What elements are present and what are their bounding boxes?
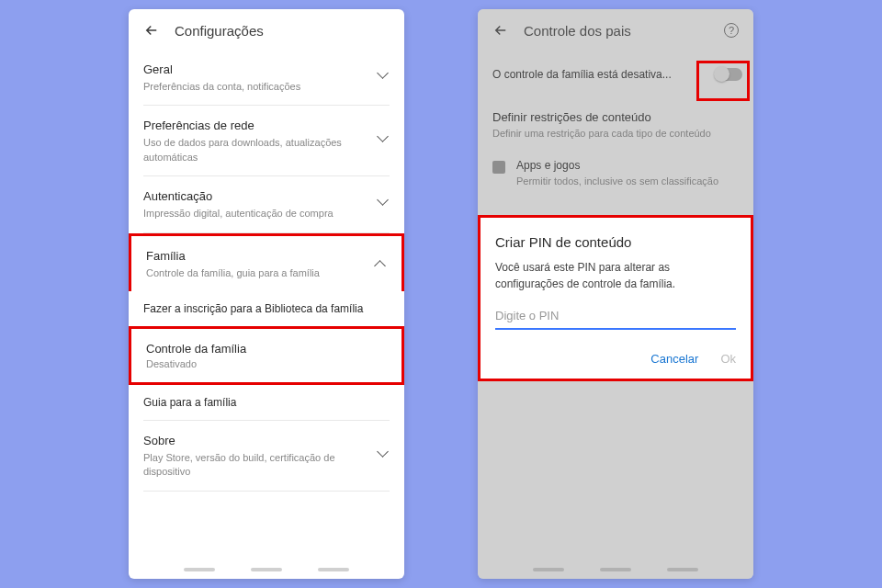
section-network[interactable]: Preferências de rede Uso de dados para d… [143,106,390,176]
dialog-body: Você usará este PIN para alterar as conf… [495,259,736,292]
sub-item-label: Controle da família [146,342,387,356]
parental-control-screen: Controle dos pais ? O controle da famíli… [478,9,753,579]
chevron-down-icon [379,135,390,146]
dialog-container: Criar PIN de conteúdo Você usará este PI… [478,215,753,381]
chevron-down-icon [379,198,390,209]
section-general[interactable]: Geral Preferências da conta, notificaçõe… [143,50,390,106]
nav-indicator [318,568,349,571]
nav-indicator [251,568,282,571]
section-title: Autenticação [143,189,390,203]
sub-item-signup[interactable]: Fazer a inscrição para a Biblioteca da f… [129,291,404,326]
pin-input[interactable]: Digite o PIN [495,309,736,330]
ok-button[interactable]: Ok [720,352,736,366]
section-subtitle: Controle da família, guia para a família [146,266,387,280]
sub-item-label: Fazer a inscrição para a Biblioteca da f… [143,302,390,315]
highlight-box [696,61,750,101]
dialog-title: Criar PIN de conteúdo [495,234,736,250]
section-auth[interactable]: Autenticação Impressão digital, autentic… [143,176,390,232]
section-subtitle: Play Store, versão do build, certificaçã… [143,451,390,480]
section-title: Preferências de rede [143,119,390,132]
back-arrow-icon[interactable] [143,22,160,39]
section-subtitle: Preferências da conta, notificações [143,80,390,94]
sub-item-label: Guia para a família [143,396,390,409]
section-title: Geral [143,62,390,76]
section-about[interactable]: Sobre Play Store, versão do build, certi… [143,421,390,492]
dialog-actions: Cancelar Ok [495,352,736,366]
sub-item-status: Desativado [146,358,387,369]
chevron-up-icon [376,258,387,269]
bottom-nav [129,560,404,579]
sub-item-parental-control[interactable]: Controle da família Desativado [129,326,404,385]
highlight-box: Criar PIN de conteúdo Você usará este PI… [478,215,753,381]
section-subtitle: Impressão digital, autenticação de compr… [143,207,390,220]
nav-indicator [184,568,215,571]
section-title: Família [146,249,387,263]
settings-screen: Configurações Geral Preferências da cont… [129,9,404,579]
section-family[interactable]: Família Controle da família, guia para a… [129,233,404,291]
section-title: Sobre [143,434,390,447]
section-subtitle: Uso de dados para downloads, atualizaçõe… [143,136,390,164]
cancel-button[interactable]: Cancelar [650,352,698,366]
chevron-down-icon [379,72,390,83]
page-title: Configurações [175,23,264,39]
sub-item-family-guide[interactable]: Guia para a família [143,385,390,421]
chevron-down-icon [379,450,390,461]
header: Configurações [129,9,404,50]
pin-dialog: Criar PIN de conteúdo Você usará este PI… [481,218,751,379]
